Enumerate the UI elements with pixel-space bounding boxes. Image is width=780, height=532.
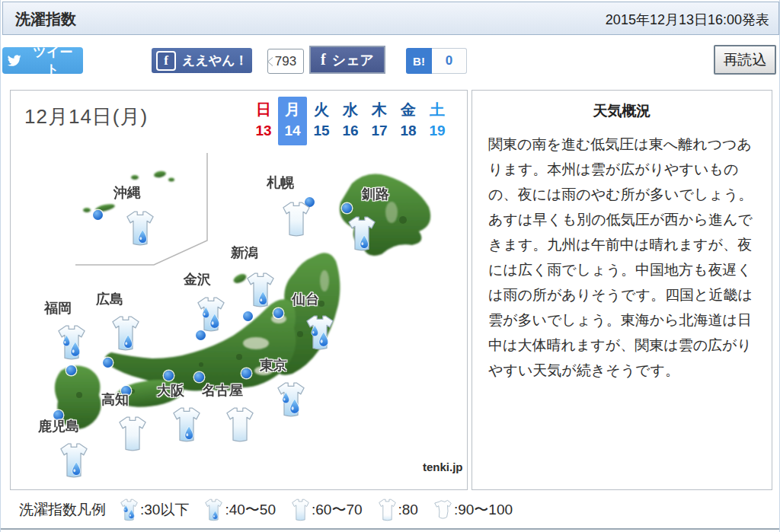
legend-item-label: :30以下 [140,500,189,520]
day-tab-15[interactable]: 火15 [307,97,336,145]
city-label[interactable]: 金沢 [184,270,211,288]
forecast-date: 12月14日(月) [24,104,148,130]
laundry-index-icon[interactable] [172,406,201,443]
overview-body: 関東の南を進む低気圧は東へ離れつつあります。本州は雲が広がりやすいものの、夜には… [488,132,756,383]
facebook-share-label: シェア [332,51,374,69]
day-of-week-label: 土 [423,100,452,120]
like-count: 793 [275,54,296,69]
city-label[interactable]: 釧路 [362,185,389,203]
laundry-index-icon[interactable] [118,416,147,452]
legend-item: :30以下 [120,499,189,521]
laundry-index-icon[interactable] [282,201,311,237]
shirt-wave-icon [433,499,452,521]
day-tab-17[interactable]: 木17 [365,97,394,145]
laundry-index-icon[interactable] [225,406,254,443]
social-bar: ツイート f ええやん！ 793 f シェア B! 0 再読込 [1,36,780,81]
city-label[interactable]: 仙台 [292,290,319,308]
day-of-week-label: 金 [394,100,423,120]
page-header: 洗濯指数 2015年12月13日16:00発表 [2,2,779,35]
tweet-button[interactable]: ツイート [2,47,83,74]
city-dot-icon[interactable] [243,311,253,321]
facebook-icon: f [156,51,176,71]
laundry-index-icon[interactable] [197,296,225,333]
legend-bar: 洗濯指数凡例 :30以下:40〜50:60〜70:80:90〜100 [1,492,780,530]
laundry-index-icon[interactable] [126,210,155,247]
city-dot-icon[interactable] [273,308,283,318]
hatena-count: 0 [432,48,467,74]
day-date-label: 14 [278,120,307,141]
twitter-icon [7,54,22,68]
day-date-label: 17 [365,120,394,141]
laundry-index-icon[interactable] [305,314,334,351]
reload-button[interactable]: 再読込 [714,45,776,75]
day-tab-13[interactable]: 日13 [249,97,278,145]
city-label[interactable]: 大阪 [157,381,184,400]
city-label[interactable]: 名古屋 [202,381,243,400]
legend-item: :60〜70 [291,499,363,521]
laundry-index-icon[interactable] [57,324,86,361]
day-date-label: 16 [336,120,365,141]
facebook-icon: f [321,51,326,68]
like-count-bubble: 793 [267,49,304,74]
shirt-2drops-icon [120,499,139,521]
facebook-share-button[interactable]: f シェア [309,46,385,74]
legend-item: :40〜50 [204,499,276,521]
day-of-week-label: 日 [249,100,278,120]
publish-time: 2015年12月13日16:00発表 [606,11,769,29]
day-tab-14[interactable]: 月14 [278,97,307,145]
shirt-1drop-icon [204,499,223,521]
day-tab-16[interactable]: 水16 [336,97,365,145]
legend-item-label: :60〜70 [312,500,363,520]
city-dot-icon[interactable] [342,203,352,213]
laundry-index-icon[interactable] [347,215,376,252]
laundry-index-icon[interactable] [111,315,140,352]
tweet-button-label: ツイート [27,43,79,78]
city-label[interactable]: 福岡 [44,299,72,317]
city-label[interactable]: 沖縄 [113,183,141,202]
overview-title: 天気概況 [472,101,772,121]
city-label[interactable]: 札幌 [267,174,294,192]
map-panel: 12月14日(月) 日13月14火15水16木17金18土19 沖縄札幌釧路新潟… [10,90,468,490]
day-of-week-label: 月 [278,100,307,120]
day-tab-18[interactable]: 金18 [394,97,423,145]
legend-items: :30以下:40〜50:60〜70:80:90〜100 [120,499,528,521]
day-of-week-label: 火 [307,100,336,120]
city-dot-icon[interactable] [103,358,113,368]
hatena-icon: B! [406,48,432,74]
city-dot-icon[interactable] [164,371,174,381]
day-date-label: 19 [423,120,452,141]
day-date-label: 15 [307,120,336,141]
laundry-index-icon[interactable] [277,381,305,418]
city-dot-icon[interactable] [66,365,76,375]
city-label[interactable]: 新潟 [231,244,258,262]
facebook-like-button[interactable]: f ええやん！ [152,48,252,73]
legend-title: 洗濯指数凡例 [19,500,106,520]
day-tab-19[interactable]: 土19 [423,97,452,145]
page-title: 洗濯指数 [15,9,76,30]
facebook-like-label: ええやん！ [182,52,248,69]
day-selector: 日13月14火15水16木17金18土19 [249,97,452,145]
city-dot-icon[interactable] [241,368,251,378]
legend-item: :80 [378,499,418,521]
city-label[interactable]: 東京 [260,356,287,374]
day-of-week-label: 木 [365,100,394,120]
city-label[interactable]: 高知 [101,390,129,409]
day-of-week-label: 水 [336,100,365,120]
laundry-index-icon[interactable] [246,272,275,308]
city-label[interactable]: 広島 [96,290,123,308]
overview-panel: 天気概況 関東の南を進む低気圧は東へ離れつつあります。本州は雲が広がりやすいもの… [472,90,772,490]
city-label[interactable]: 鹿児島 [38,417,79,435]
hatena-bookmark-button[interactable]: B! 0 [406,48,467,74]
shirt-plain-icon [291,499,310,521]
day-date-label: 18 [394,120,423,141]
legend-item-label: :40〜50 [225,500,276,520]
city-dot-icon[interactable] [93,210,103,220]
okinawa-inset-border [75,153,207,265]
tenki-logo: tenki.jp [423,460,463,473]
page: 洗濯指数 2015年12月13日16:00発表 ツイート f ええやん！ 793… [0,0,780,532]
laundry-index-icon[interactable] [59,442,88,479]
legend-item: :90〜100 [433,499,513,521]
shirt-hem-icon [378,499,397,521]
legend-item-label: :90〜100 [454,500,513,520]
legend-item-label: :80 [398,502,418,518]
